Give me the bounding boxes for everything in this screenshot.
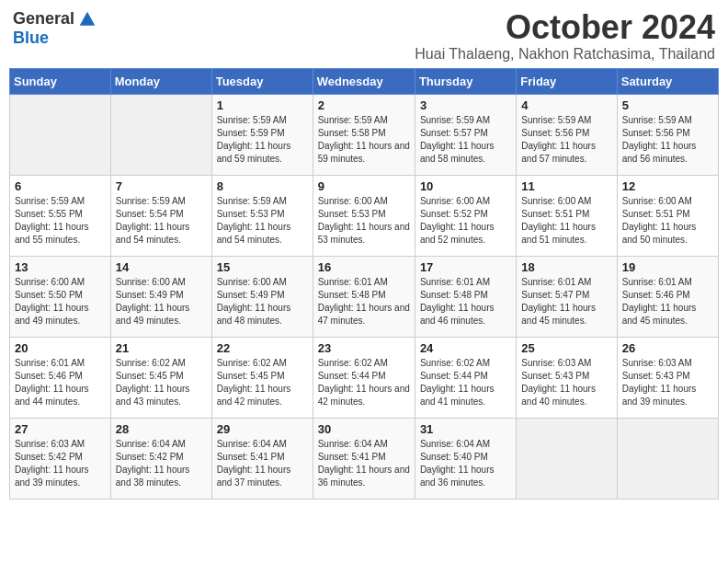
- day-info: Sunrise: 5:59 AM Sunset: 5:59 PM Dayligh…: [217, 114, 308, 166]
- logo-general: General: [13, 9, 74, 29]
- day-info: Sunrise: 6:03 AM Sunset: 5:42 PM Dayligh…: [15, 438, 106, 489]
- calendar-cell: 23Sunrise: 6:02 AM Sunset: 5:44 PM Dayli…: [313, 337, 415, 418]
- calendar-cell: 25Sunrise: 6:03 AM Sunset: 5:43 PM Dayli…: [517, 337, 617, 418]
- day-number: 26: [622, 341, 713, 355]
- day-number: 6: [15, 179, 106, 193]
- calendar-cell: 18Sunrise: 6:01 AM Sunset: 5:47 PM Dayli…: [517, 256, 617, 337]
- day-info: Sunrise: 6:00 AM Sunset: 5:51 PM Dayligh…: [521, 195, 611, 247]
- calendar-cell: 10Sunrise: 6:00 AM Sunset: 5:52 PM Dayli…: [415, 175, 516, 256]
- calendar-cell: 31Sunrise: 6:04 AM Sunset: 5:40 PM Dayli…: [415, 418, 516, 499]
- day-number: 29: [217, 422, 308, 436]
- day-number: 21: [116, 341, 207, 355]
- calendar-cell: 12Sunrise: 6:00 AM Sunset: 5:51 PM Dayli…: [617, 175, 718, 256]
- day-info: Sunrise: 6:02 AM Sunset: 5:45 PM Dayligh…: [217, 357, 308, 408]
- day-number: 23: [318, 341, 410, 355]
- calendar-table: SundayMondayTuesdayWednesdayThursdayFrid…: [9, 68, 719, 500]
- day-info: Sunrise: 6:00 AM Sunset: 5:53 PM Dayligh…: [318, 195, 410, 247]
- day-number: 20: [15, 341, 106, 355]
- calendar-cell: 27Sunrise: 6:03 AM Sunset: 5:42 PM Dayli…: [10, 418, 111, 499]
- calendar-cell: 20Sunrise: 6:01 AM Sunset: 5:46 PM Dayli…: [10, 337, 111, 418]
- calendar-cell: 5Sunrise: 5:59 AM Sunset: 5:56 PM Daylig…: [617, 94, 718, 175]
- location: Huai Thalaeng, Nakhon Ratchasima, Thaila…: [415, 46, 715, 63]
- calendar-row: 20Sunrise: 6:01 AM Sunset: 5:46 PM Dayli…: [10, 337, 719, 418]
- day-info: Sunrise: 6:00 AM Sunset: 5:52 PM Dayligh…: [420, 195, 511, 247]
- logo-icon: [78, 10, 97, 29]
- day-info: Sunrise: 6:04 AM Sunset: 5:41 PM Dayligh…: [217, 438, 308, 489]
- calendar-row: 6Sunrise: 5:59 AM Sunset: 5:55 PM Daylig…: [10, 175, 719, 256]
- calendar-cell: 2Sunrise: 5:59 AM Sunset: 5:58 PM Daylig…: [313, 94, 415, 175]
- day-number: 19: [622, 260, 713, 274]
- calendar-cell: 13Sunrise: 6:00 AM Sunset: 5:50 PM Dayli…: [10, 256, 111, 337]
- day-number: 14: [116, 260, 207, 274]
- day-number: 2: [318, 98, 410, 112]
- day-number: 17: [420, 260, 511, 274]
- day-info: Sunrise: 6:04 AM Sunset: 5:42 PM Dayligh…: [116, 438, 207, 489]
- day-info: Sunrise: 6:00 AM Sunset: 5:49 PM Dayligh…: [116, 276, 207, 327]
- calendar-cell: 15Sunrise: 6:00 AM Sunset: 5:49 PM Dayli…: [211, 256, 313, 337]
- day-number: 8: [217, 179, 308, 193]
- day-info: Sunrise: 5:59 AM Sunset: 5:57 PM Dayligh…: [420, 114, 511, 166]
- header-cell: Monday: [110, 68, 211, 94]
- day-number: 3: [420, 98, 511, 112]
- logo: General Blue: [13, 9, 97, 48]
- calendar-cell: 24Sunrise: 6:02 AM Sunset: 5:44 PM Dayli…: [415, 337, 516, 418]
- day-info: Sunrise: 6:01 AM Sunset: 5:46 PM Dayligh…: [15, 357, 106, 408]
- calendar-cell: 4Sunrise: 5:59 AM Sunset: 5:56 PM Daylig…: [517, 94, 617, 175]
- day-number: 1: [217, 98, 308, 112]
- day-info: Sunrise: 6:01 AM Sunset: 5:48 PM Dayligh…: [318, 276, 410, 327]
- day-info: Sunrise: 6:02 AM Sunset: 5:44 PM Dayligh…: [318, 357, 410, 408]
- day-info: Sunrise: 5:59 AM Sunset: 5:58 PM Dayligh…: [318, 114, 410, 166]
- day-number: 25: [521, 341, 611, 355]
- day-info: Sunrise: 6:00 AM Sunset: 5:51 PM Dayligh…: [622, 195, 713, 247]
- day-number: 27: [15, 422, 106, 436]
- calendar-cell: 9Sunrise: 6:00 AM Sunset: 5:53 PM Daylig…: [313, 175, 415, 256]
- day-info: Sunrise: 5:59 AM Sunset: 5:56 PM Dayligh…: [622, 114, 713, 166]
- day-number: 13: [15, 260, 106, 274]
- calendar-cell: 17Sunrise: 6:01 AM Sunset: 5:48 PM Dayli…: [415, 256, 516, 337]
- calendar-cell: 26Sunrise: 6:03 AM Sunset: 5:43 PM Dayli…: [617, 337, 718, 418]
- calendar-row: 1Sunrise: 5:59 AM Sunset: 5:59 PM Daylig…: [10, 94, 719, 175]
- logo-blue: Blue: [13, 29, 49, 48]
- day-number: 30: [318, 422, 410, 436]
- calendar-cell: 8Sunrise: 5:59 AM Sunset: 5:53 PM Daylig…: [211, 175, 313, 256]
- calendar-cell: 11Sunrise: 6:00 AM Sunset: 5:51 PM Dayli…: [517, 175, 617, 256]
- day-number: 16: [318, 260, 410, 274]
- calendar-cell: 14Sunrise: 6:00 AM Sunset: 5:49 PM Dayli…: [110, 256, 211, 337]
- header-cell: Thursday: [415, 68, 516, 94]
- day-info: Sunrise: 6:04 AM Sunset: 5:41 PM Dayligh…: [318, 438, 410, 489]
- day-info: Sunrise: 5:59 AM Sunset: 5:54 PM Dayligh…: [116, 195, 207, 247]
- day-number: 31: [420, 422, 511, 436]
- day-number: 10: [420, 179, 511, 193]
- calendar-cell: 6Sunrise: 5:59 AM Sunset: 5:55 PM Daylig…: [10, 175, 111, 256]
- calendar-cell: [110, 94, 211, 175]
- day-info: Sunrise: 6:03 AM Sunset: 5:43 PM Dayligh…: [622, 357, 713, 408]
- day-number: 5: [622, 98, 713, 112]
- page-header: General Blue October 2024 Huai Thalaeng,…: [9, 9, 719, 63]
- day-info: Sunrise: 6:01 AM Sunset: 5:47 PM Dayligh…: [521, 276, 611, 327]
- day-info: Sunrise: 6:04 AM Sunset: 5:40 PM Dayligh…: [420, 438, 511, 489]
- day-info: Sunrise: 6:00 AM Sunset: 5:50 PM Dayligh…: [15, 276, 106, 327]
- calendar-cell: [617, 418, 718, 499]
- day-number: 11: [521, 179, 611, 193]
- header-cell: Wednesday: [313, 68, 415, 94]
- header-cell: Tuesday: [211, 68, 313, 94]
- day-number: 15: [217, 260, 308, 274]
- day-info: Sunrise: 6:02 AM Sunset: 5:45 PM Dayligh…: [116, 357, 207, 408]
- svg-marker-0: [80, 11, 96, 25]
- calendar-cell: 19Sunrise: 6:01 AM Sunset: 5:46 PM Dayli…: [617, 256, 718, 337]
- day-number: 22: [217, 341, 308, 355]
- calendar-body: 1Sunrise: 5:59 AM Sunset: 5:59 PM Daylig…: [10, 94, 719, 499]
- calendar-cell: 29Sunrise: 6:04 AM Sunset: 5:41 PM Dayli…: [211, 418, 313, 499]
- day-info: Sunrise: 6:00 AM Sunset: 5:49 PM Dayligh…: [217, 276, 308, 327]
- day-info: Sunrise: 6:01 AM Sunset: 5:46 PM Dayligh…: [622, 276, 713, 327]
- day-info: Sunrise: 5:59 AM Sunset: 5:55 PM Dayligh…: [15, 195, 106, 247]
- calendar-cell: 3Sunrise: 5:59 AM Sunset: 5:57 PM Daylig…: [415, 94, 516, 175]
- header-cell: Friday: [517, 68, 617, 94]
- day-number: 28: [116, 422, 207, 436]
- month-title: October 2024: [415, 9, 715, 46]
- calendar-cell: 1Sunrise: 5:59 AM Sunset: 5:59 PM Daylig…: [211, 94, 313, 175]
- calendar-cell: 7Sunrise: 5:59 AM Sunset: 5:54 PM Daylig…: [110, 175, 211, 256]
- calendar-cell: 21Sunrise: 6:02 AM Sunset: 5:45 PM Dayli…: [110, 337, 211, 418]
- header-cell: Saturday: [617, 68, 718, 94]
- day-number: 9: [318, 179, 410, 193]
